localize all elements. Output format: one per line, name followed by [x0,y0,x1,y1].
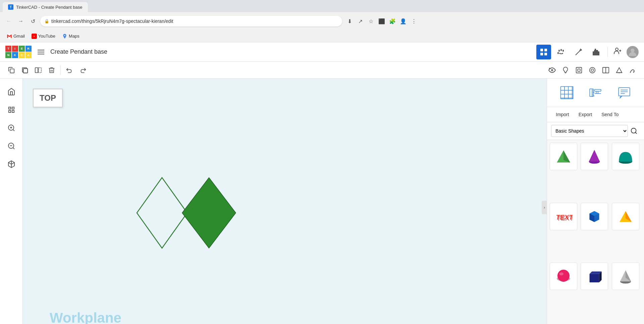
svg-marker-77 [589,150,600,161]
media-button[interactable]: ⬛ [377,16,386,26]
shapes-grid: TEXT TEXT [547,140,644,324]
address-text: tinkercad.com/things/5kRjruN4m7g-spectac… [51,18,173,24]
svg-point-8 [560,49,562,51]
bookmark-gmail[interactable]: Gmail [4,32,28,40]
delete-button[interactable] [46,64,58,76]
scribble-button[interactable] [627,64,639,76]
shape-gray-cone[interactable] [612,263,639,290]
3d-cube-button[interactable] [4,156,19,172]
svg-rect-24 [39,67,41,73]
svg-line-45 [13,148,14,149]
svg-line-41 [13,130,14,131]
svg-line-73 [635,132,637,134]
diamond-filled-shape[interactable] [182,178,236,248]
tab-favicon: T [8,4,13,10]
tab-title: TinkerCAD - Create Pendant base [16,5,83,10]
back-button[interactable]: ← [4,16,13,26]
view-eye-button[interactable] [546,64,558,76]
shapes-dropdown[interactable]: Basic Shapes [551,125,628,137]
svg-rect-5 [540,53,543,55]
ssl-icon: 🔒 [44,19,49,24]
tinkercad-logo[interactable]: T I N K E R C A [5,46,32,58]
hamburger-menu-button[interactable] [36,47,46,57]
lightbulb-button[interactable] [559,64,572,76]
menu-button[interactable]: ⋮ [409,16,419,26]
reload-button[interactable]: ↺ [28,16,38,26]
fit-view-button[interactable] [4,102,19,118]
copy-paste-button[interactable] [5,64,17,76]
logo-grid-2: E R C A [19,46,32,58]
browser-right-icons: ⬇ ↗ ☆ ⬛ 🧩 👤 ⋮ [345,16,419,26]
bookmark-youtube[interactable]: YouTube [29,32,58,40]
pickaxe-button[interactable] [571,45,586,59]
share-button[interactable]: ↗ [356,16,365,26]
maps-label: Maps [69,34,79,39]
shapes-selector: Basic Shapes [547,122,644,140]
undo-button[interactable] [63,64,75,76]
svg-point-7 [558,50,560,52]
bookmark-button[interactable]: ☆ [366,16,376,26]
mirror-button[interactable] [32,64,44,76]
svg-point-18 [631,48,635,52]
svg-point-29 [590,67,595,73]
shape-purple-cone[interactable] [581,143,608,170]
svg-rect-21 [23,68,28,73]
shape-yellow-pyramid[interactable] [612,203,639,230]
svg-rect-13 [594,50,598,52]
circle-outline-button[interactable] [586,64,598,76]
search-shapes-button[interactable] [628,125,640,137]
extension-button[interactable]: 🧩 [388,16,397,26]
notes-view-button[interactable] [614,83,634,103]
svg-rect-23 [35,67,38,73]
active-tab[interactable]: T TinkerCAD - Create Pendant base [3,2,88,12]
shape-blue-cube[interactable] [581,203,608,230]
download-button[interactable]: ⬇ [345,16,354,26]
add-user-button[interactable] [612,46,624,58]
svg-rect-6 [544,53,547,55]
align-button[interactable] [600,64,612,76]
svg-rect-89 [590,274,599,282]
youtube-label: YouTube [38,34,55,39]
zoom-in-button[interactable] [4,120,19,136]
svg-rect-4 [544,49,547,51]
ruler-view-button[interactable] [585,83,605,103]
bookmark-maps[interactable]: Maps [59,32,82,40]
grid-view-button[interactable] [557,83,577,103]
3d-design-tab[interactable] [536,45,551,59]
top-view-label: TOP [33,89,63,107]
svg-rect-19 [10,69,14,73]
duplicate-button[interactable] [19,64,31,76]
workplane-text: Workplane [50,310,121,324]
zoom-out-button[interactable] [4,138,19,154]
shape-outline-button[interactable] [573,64,585,76]
flip-button[interactable] [613,64,625,76]
export-button[interactable]: Export [575,110,595,119]
paw-button[interactable] [554,45,569,59]
canvas-area[interactable]: TOP Workplane [23,79,547,324]
shape-pink-sphere[interactable] [550,263,577,290]
right-sidebar: › [547,79,644,324]
import-button[interactable]: Import [552,110,573,119]
logo-c: C [19,52,25,58]
redo-button[interactable] [77,64,89,76]
app-title: Create Pendant base [50,48,532,55]
svg-point-88 [559,273,564,276]
diamond-outline-shape[interactable] [137,178,187,248]
forward-button[interactable]: → [16,16,25,26]
home-view-button[interactable] [4,84,19,99]
user-avatar[interactable] [627,46,639,58]
svg-text:TEXT: TEXT [557,214,573,222]
sidebar-collapse-button[interactable]: › [542,201,547,214]
shape-dark-blue-box[interactable] [581,263,608,290]
shape-green-pyramid[interactable] [550,143,577,170]
address-bar-container[interactable]: 🔒 tinkercad.com/things/5kRjruN4m7g-spect… [40,16,342,27]
shape-teal-dome[interactable] [612,143,639,170]
logo-a: A [25,52,32,58]
logo-e: E [19,46,25,52]
blocks-button[interactable] [589,45,603,59]
profile-button[interactable]: 👤 [398,16,408,26]
svg-rect-36 [9,107,11,109]
logo-i: I [12,46,18,52]
send-to-button[interactable]: Send To [598,110,622,119]
shape-text-3d[interactable]: TEXT TEXT [550,203,577,230]
